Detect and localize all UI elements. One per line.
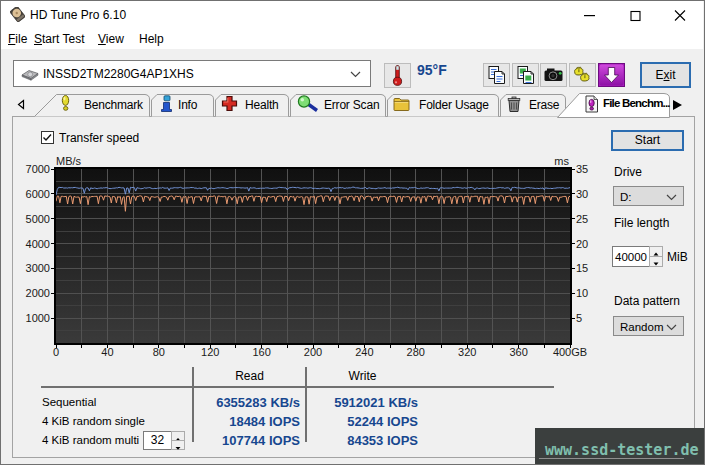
file-length-input[interactable]: 40000 <box>612 246 650 267</box>
row-label-random-multi: 4 KiB random multi <box>42 434 139 446</box>
axis-label: 1000 <box>26 312 50 324</box>
axis-label: 0 <box>53 346 59 358</box>
transfer-speed-checkbox[interactable] <box>41 131 54 144</box>
value-seq-read: 6355283 KB/s <box>216 395 300 410</box>
axis-label: 280 <box>407 346 425 358</box>
device-selector[interactable]: INSSD2TM2280G4AP1XHS <box>13 60 371 87</box>
value-multi-read: 107744 IOPS <box>222 433 300 448</box>
start-button[interactable]: Start <box>611 130 684 151</box>
value-multi-write: 84353 IOPS <box>347 433 418 448</box>
axis-label: 10 <box>576 287 588 299</box>
col-header-read: Read <box>194 369 305 383</box>
copy-text-button[interactable] <box>483 63 510 87</box>
data-pattern-select[interactable]: Random <box>613 316 684 336</box>
copy-image-button[interactable] <box>512 63 539 87</box>
axis-label: 40 <box>101 346 113 358</box>
drive-select-value: D: <box>620 191 632 203</box>
benchmark-icon <box>61 95 75 113</box>
tab-label-health[interactable]: Health <box>245 98 279 112</box>
error-scan-icon <box>296 95 320 113</box>
hard-disk-icon <box>20 68 40 82</box>
chevron-down-icon <box>666 324 677 331</box>
hand-button[interactable] <box>569 63 596 87</box>
maximize-icon <box>612 0 657 29</box>
tab-scroll-right-icon[interactable] <box>673 100 682 110</box>
tab-label-file-benchmark[interactable]: File Benchm... <box>603 97 670 109</box>
temperature-button[interactable] <box>384 63 411 88</box>
queue-depth-input[interactable]: 32 <box>143 431 172 450</box>
menu-start-test[interactable]: Start Test <box>34 32 84 46</box>
value-single-read: 18484 IOPS <box>229 414 300 429</box>
save-upload-button[interactable] <box>598 63 625 87</box>
watermark-text: www.ssd-tester.de <box>545 441 699 459</box>
app-icon <box>10 7 25 22</box>
axis-label: 35 <box>576 163 588 175</box>
axis-label: 360 <box>509 346 527 358</box>
axis-label: ms <box>554 155 569 167</box>
axis-label: 3000 <box>26 262 50 274</box>
file-length-spinner[interactable] <box>649 246 663 267</box>
axis-label: 400GB <box>553 346 587 358</box>
axis-label: 160 <box>252 346 270 358</box>
minimize-button[interactable] <box>567 0 612 29</box>
axis-label: 7000 <box>26 163 50 175</box>
axis-label: 80 <box>153 346 165 358</box>
device-selector-value: INSSD2TM2280G4AP1XHS <box>43 67 194 81</box>
spin-down-button[interactable] <box>649 256 663 267</box>
pane-border-right <box>694 116 695 457</box>
window-title: HD Tune Pro 6.10 <box>30 8 126 22</box>
chevron-down-icon <box>350 71 361 78</box>
axis-label: 320 <box>458 346 476 358</box>
tab-scroll-left-icon[interactable] <box>19 101 24 109</box>
axis-label: 240 <box>355 346 373 358</box>
axis-label: 5000 <box>26 213 50 225</box>
axis-label: 2000 <box>26 287 50 299</box>
file-benchmark-icon <box>584 95 599 113</box>
menu-view[interactable]: View <box>98 32 124 46</box>
axis-label: 5 <box>576 312 582 324</box>
copy-image-icon <box>513 64 538 86</box>
axis-label: 15 <box>576 262 588 274</box>
data-pattern-value: Random <box>620 321 663 333</box>
transfer-speed-label: Transfer speed <box>59 131 139 145</box>
drive-label: Drive <box>614 165 642 179</box>
toolbar: INSSD2TM2280G4AP1XHS 95°F <box>0 49 703 92</box>
tab-label-info[interactable]: Info <box>178 98 197 112</box>
temperature-value: 95°F <box>417 62 447 78</box>
exit-label: Exit <box>655 68 675 82</box>
row-label-random-single: 4 KiB random single <box>42 415 145 427</box>
menu-help[interactable]: Help <box>139 32 164 46</box>
exit-button[interactable]: Exit <box>640 62 691 88</box>
info-icon <box>160 95 174 113</box>
row-label-sequential: Sequential <box>42 396 96 408</box>
tab-label-benchmark[interactable]: Benchmark <box>84 98 143 112</box>
axis-label: 200 <box>304 346 322 358</box>
chevron-down-icon <box>666 194 677 201</box>
camera-icon <box>541 64 566 86</box>
tab-label-erase[interactable]: Erase <box>529 98 559 112</box>
menu-file[interactable]: File <box>8 32 27 46</box>
queue-depth-spinner[interactable] <box>171 431 185 450</box>
app-window: HD Tune Pro 6.10 File Start Test View He… <box>0 0 705 465</box>
watermark: www.ssd-tester.de <box>535 428 705 465</box>
close-button[interactable] <box>657 0 702 29</box>
data-pattern-label: Data pattern <box>614 294 680 308</box>
erase-icon <box>506 96 522 113</box>
tab-label-error-scan[interactable]: Error Scan <box>324 98 379 112</box>
drive-select[interactable]: D: <box>613 186 684 206</box>
purple-down-arrow-icon <box>599 64 624 86</box>
folder-icon <box>393 97 411 112</box>
maximize-button[interactable] <box>612 0 657 29</box>
screenshot-button[interactable] <box>540 63 567 87</box>
copy-pages-icon <box>484 64 509 86</box>
close-icon <box>657 0 702 29</box>
tab-label-folder-usage[interactable]: Folder Usage <box>419 98 489 112</box>
thermometer-icon <box>385 64 410 87</box>
col-header-write: Write <box>307 369 418 383</box>
value-seq-write: 5912021 KB/s <box>334 395 418 410</box>
axis-label: 30 <box>576 188 588 200</box>
minimize-icon <box>567 0 612 29</box>
table-header-line <box>41 386 554 388</box>
spin-down-button[interactable] <box>171 440 185 450</box>
file-length-unit: MiB <box>667 250 688 264</box>
